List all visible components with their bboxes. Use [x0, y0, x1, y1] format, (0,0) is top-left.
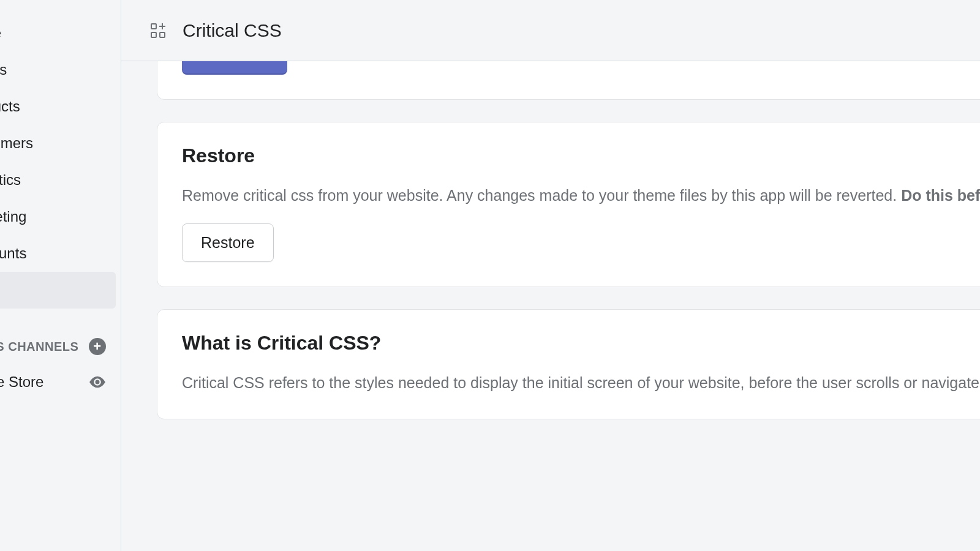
sales-channels-header: SALES CHANNELS +	[0, 329, 121, 364]
channel-label: Online Store	[0, 373, 43, 391]
restore-card: Restore Remove critical css from your we…	[157, 122, 980, 287]
generate-button[interactable]: Generate	[182, 61, 287, 75]
sidebar-item-home[interactable]: Home	[0, 15, 121, 51]
sidebar: Home Orders Products Customers Analytics…	[0, 0, 121, 551]
explain-body: Critical CSS refers to the styles needed…	[182, 372, 973, 395]
sidebar-item-apps[interactable]: Apps	[0, 272, 116, 309]
sidebar-item-label: Analytics	[0, 171, 21, 189]
restore-button[interactable]: Restore	[182, 223, 274, 262]
restore-title: Restore	[182, 144, 973, 167]
eye-icon[interactable]	[89, 376, 106, 388]
generate-card: Generate	[157, 61, 980, 100]
sidebar-item-analytics[interactable]: Analytics	[0, 162, 121, 198]
sidebar-item-label: Orders	[0, 61, 7, 78]
main: Critical CSS Generate Restore Remove cri…	[121, 0, 980, 551]
sidebar-item-customers[interactable]: Customers	[0, 125, 121, 162]
sidebar-item-label: Home	[0, 24, 1, 42]
sidebar-item-label: Customers	[0, 135, 33, 152]
explain-title: What is Critical CSS?	[182, 332, 973, 354]
sidebar-item-label: Discounts	[0, 245, 26, 262]
sidebar-item-orders[interactable]: Orders	[0, 51, 121, 88]
add-channel-icon[interactable]: +	[89, 338, 106, 355]
sidebar-item-discounts[interactable]: Discounts	[0, 235, 121, 272]
sidebar-item-label: Marketing	[0, 208, 26, 225]
sales-channels-label: SALES CHANNELS	[0, 340, 78, 354]
sidebar-item-marketing[interactable]: Marketing	[0, 198, 121, 235]
explain-card: What is Critical CSS? Critical CSS refer…	[157, 309, 980, 420]
sidebar-item-label: Products	[0, 98, 20, 115]
channel-online-store[interactable]: Online Store	[0, 364, 121, 400]
restore-description: Remove critical css from your website. A…	[182, 184, 973, 208]
page-header: Critical CSS	[121, 0, 980, 61]
app-grid-icon	[151, 23, 165, 38]
restore-desc-bold: Do this before your remove the app	[901, 187, 980, 204]
content-area: Generate Restore Remove critical css fro…	[121, 61, 980, 551]
page-title: Critical CSS	[183, 20, 282, 41]
restore-desc-text: Remove critical css from your website. A…	[182, 187, 901, 204]
sidebar-item-products[interactable]: Products	[0, 88, 121, 125]
